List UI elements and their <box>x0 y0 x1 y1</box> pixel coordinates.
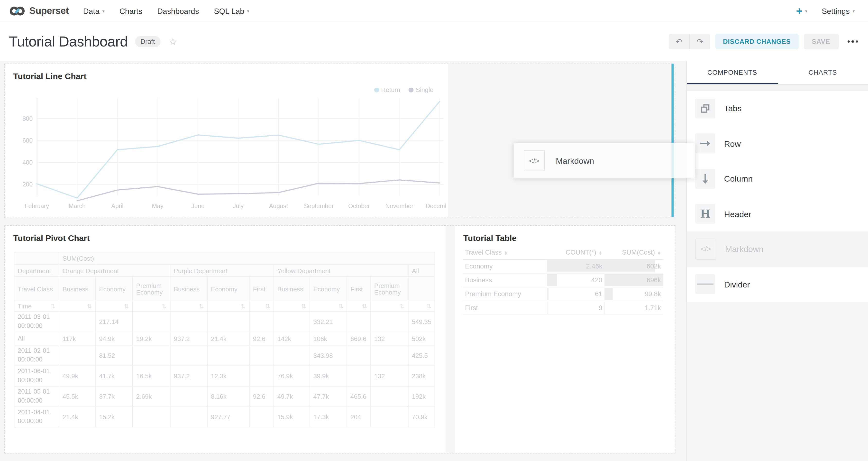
pivot-sort-cell[interactable]: ⇅ <box>133 301 170 311</box>
pivot-value-cell <box>133 312 170 332</box>
pivot-value-cell <box>371 386 408 407</box>
sort-icon[interactable]: ⇅ <box>87 303 92 310</box>
table-col-header[interactable]: SUM(Cost)▲▼ <box>604 246 663 259</box>
pivot-sort-cell[interactable]: ⇅ <box>310 301 347 311</box>
settings-menu[interactable]: Settings▾ <box>822 6 855 15</box>
component-item-divider[interactable]: Divider <box>687 267 868 302</box>
pivot-value-cell <box>249 366 274 386</box>
pivot-value-cell: 16.5k <box>133 366 170 386</box>
pivot-value-cell: 117k <box>59 332 95 345</box>
legend-dot-icon <box>374 87 379 92</box>
pivot-sort-cell[interactable]: ⇅ <box>274 301 310 311</box>
sort-icon[interactable]: ▲▼ <box>504 251 508 255</box>
pivot-dim-label: Department <box>14 264 59 277</box>
chevron-down-icon: ▾ <box>852 9 855 13</box>
table-col-header[interactable]: COUNT(*)▲▼ <box>547 246 605 259</box>
sort-icon[interactable]: ⇅ <box>400 303 405 310</box>
more-options-button[interactable] <box>846 38 859 45</box>
legend-entry-return[interactable]: Return <box>374 86 400 93</box>
sort-icon[interactable]: ⇅ <box>241 303 246 310</box>
builder-sidebar: COMPONENTS CHARTS TabsRowColumnHHeader</… <box>686 61 868 461</box>
sort-icon[interactable]: ▲▼ <box>598 251 602 255</box>
sort-icon[interactable]: ▲▼ <box>657 251 661 255</box>
legend-entry-single[interactable]: Single <box>409 86 433 93</box>
svg-text:July: July <box>233 203 244 209</box>
sort-icon[interactable]: ⇅ <box>265 303 270 310</box>
nav-item-charts[interactable]: Charts <box>120 6 142 15</box>
chevron-down-icon: ▾ <box>247 9 249 13</box>
pivot-sort-cell[interactable]: ⇅ <box>59 301 95 311</box>
brand-name: Superset <box>29 5 69 16</box>
sort-icon[interactable]: ⇅ <box>162 303 167 310</box>
pivot-value-cell <box>249 312 274 332</box>
pivot-value-cell <box>59 312 95 332</box>
chart-title: Tutorial Line Chart <box>13 71 87 81</box>
pivot-sort-cell[interactable]: ⇅ <box>170 301 207 311</box>
sort-icon[interactable]: ⇅ <box>50 303 56 310</box>
tab-charts[interactable]: CHARTS <box>777 61 868 84</box>
pivot-value-cell <box>347 366 371 386</box>
table-chart-card[interactable]: Tutorial Table Travel Class▲▼COUNT(*)▲▼S… <box>455 226 675 453</box>
svg-text:March: March <box>69 203 86 209</box>
line-chart-card[interactable]: Tutorial Line Chart ReturnSingle 2004006… <box>5 64 448 218</box>
pivot-sort-cell[interactable]: ⇅ <box>347 301 371 311</box>
component-item-markdown[interactable]: </>Markdown <box>687 232 868 267</box>
table-sum-cell: 99.8k <box>604 287 663 301</box>
pivot-sort-cell[interactable]: ⇅ <box>95 301 132 311</box>
table-row[interactable]: First91.71k <box>463 301 663 315</box>
pivot-time-header[interactable]: Time⇅ <box>14 301 59 311</box>
save-button[interactable]: SAVE <box>804 34 838 50</box>
table-row[interactable]: Premium Economy6199.8k <box>463 287 663 301</box>
redo-button[interactable]: ↷ <box>690 34 710 50</box>
table-sum-cell: 602k <box>604 259 663 273</box>
table-row[interactable]: Economy2.46k602k <box>463 259 663 273</box>
pivot-value-cell: 2.69k <box>133 386 170 407</box>
pivot-chart-card[interactable]: Tutorial Pivot Chart SUM(Cost)Department… <box>5 226 445 453</box>
grid-row-top: Tutorial Line Chart ReturnSingle 2004006… <box>4 64 675 218</box>
pivot-sort-cell[interactable]: ⇅ <box>371 301 408 311</box>
status-badge: Draft <box>135 36 160 47</box>
nav-item-sqllab[interactable]: SQL Lab▾ <box>214 6 249 15</box>
new-item-button[interactable]: + ▾ <box>796 6 807 16</box>
sort-icon[interactable]: ⇅ <box>301 303 306 310</box>
sort-icon[interactable]: ⇅ <box>338 303 343 310</box>
pivot-sort-cell[interactable]: ⇅ <box>408 301 435 311</box>
table-count-cell: 61 <box>547 287 605 301</box>
superset-logo[interactable]: Superset <box>9 5 69 16</box>
nav-item-dashboards[interactable]: Dashboards <box>157 6 199 15</box>
pivot-sort-cell[interactable]: ⇅ <box>207 301 249 311</box>
sort-icon[interactable]: ⇅ <box>124 303 129 310</box>
component-item-header[interactable]: HHeader <box>687 196 868 231</box>
pivot-value-cell: 8.16k <box>207 386 249 407</box>
component-label: Header <box>724 209 751 219</box>
page-title[interactable]: Tutorial Dashboard <box>9 33 128 50</box>
svg-text:April: April <box>111 203 123 209</box>
table-col-header[interactable]: Travel Class▲▼ <box>463 246 547 259</box>
component-item-column[interactable]: Column <box>687 161 868 196</box>
component-item-row[interactable]: Row <box>687 126 868 161</box>
pivot-col-header: Economy <box>95 277 132 301</box>
chevron-down-icon: ▾ <box>102 9 104 13</box>
pivot-value-cell: 502k <box>408 332 435 345</box>
column-icon <box>695 169 715 189</box>
pivot-value-cell: 39.9k <box>310 366 347 386</box>
discard-changes-button[interactable]: DISCARD CHANGES <box>715 34 798 50</box>
pivot-value-cell: 937.2 <box>170 332 207 345</box>
sort-icon[interactable]: ⇅ <box>198 303 204 310</box>
pivot-row-header: 2011-03-01 00:00:00 <box>14 312 59 332</box>
sort-icon[interactable]: ⇅ <box>426 303 431 310</box>
table-row[interactable]: Business420696k <box>463 273 663 287</box>
favorite-star-icon[interactable]: ☆ <box>168 36 177 48</box>
tab-components[interactable]: COMPONENTS <box>687 61 777 84</box>
pivot-value-cell: 19.2k <box>133 332 170 345</box>
nav-item-data[interactable]: Data▾ <box>83 6 105 15</box>
sort-icon[interactable]: ⇅ <box>362 303 367 310</box>
drag-ghost-markdown[interactable]: </> Markdown <box>514 143 695 178</box>
pivot-col-header: Economy <box>207 277 249 301</box>
chart-title: Tutorial Table <box>463 233 517 243</box>
undo-button[interactable]: ↶ <box>669 34 690 50</box>
pivot-value-cell: 81.52 <box>95 345 132 366</box>
pivot-sort-cell[interactable]: ⇅ <box>249 301 274 311</box>
pivot-group-header: All <box>408 264 435 277</box>
component-item-tabs[interactable]: Tabs <box>687 91 868 126</box>
